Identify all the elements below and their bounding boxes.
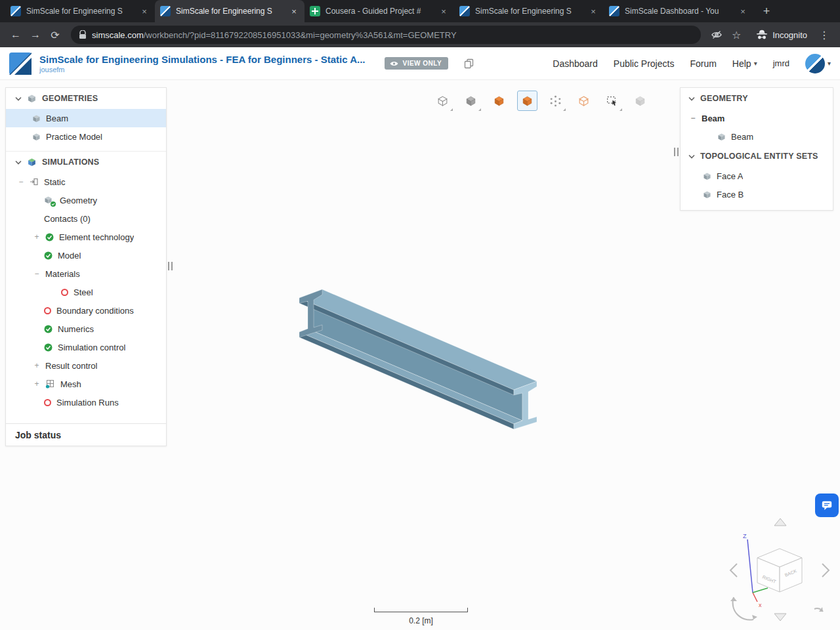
collapse-icon[interactable]: [18, 178, 24, 185]
select-faces-button[interactable]: [517, 91, 537, 111]
tree-item-label: Face B: [717, 190, 744, 200]
face-icon: [703, 190, 711, 199]
copy-project-icon[interactable]: [464, 58, 474, 69]
nav-forum[interactable]: Forum: [690, 58, 716, 69]
gizmo-right-arrow[interactable]: [822, 564, 829, 577]
tree-item-label: Numerics: [58, 324, 94, 334]
select-volumes-button[interactable]: [489, 91, 509, 111]
geometry-group-header[interactable]: GEOMETRY: [681, 88, 833, 109]
select-solid-cube-button[interactable]: [461, 91, 481, 111]
nav-public-projects[interactable]: Public Projects: [614, 58, 675, 69]
right-splitter-handle[interactable]: [674, 148, 679, 156]
select-edges-button[interactable]: [574, 91, 594, 111]
geometry-detail-panel: GEOMETRY Beam Beam TOPOLOGICAL ENTITY SE…: [680, 87, 833, 211]
tree-item-steel[interactable]: Steel: [6, 283, 166, 301]
topological-entity-sets-header[interactable]: TOPOLOGICAL ENTITY SETS: [681, 146, 833, 167]
tree-item-mesh[interactable]: Mesh: [6, 375, 166, 393]
hide-selection-button[interactable]: [630, 91, 650, 111]
back-button[interactable]: [7, 26, 25, 44]
reload-button[interactable]: [46, 26, 64, 44]
tab-title: Cousera - Guided Project #: [326, 7, 433, 16]
omnibox[interactable]: simscale.com/workbench/?pid=811679220851…: [71, 26, 701, 44]
chevron-down-icon: [688, 96, 695, 101]
gizmo-rotate-arrow[interactable]: [730, 597, 757, 620]
support-chat-button[interactable]: [815, 494, 839, 517]
tree-item-geometry-beam[interactable]: Beam: [6, 109, 166, 127]
tree-item-boundary-conditions[interactable]: Boundary conditions: [6, 301, 166, 320]
simscale-favicon-icon: [609, 6, 620, 16]
user-menu[interactable]: [805, 54, 831, 74]
project-owner[interactable]: jousefm: [39, 66, 365, 74]
tree-item-model[interactable]: Model: [6, 246, 166, 264]
gizmo-left-arrow[interactable]: [730, 564, 737, 577]
box-select-button[interactable]: [602, 91, 622, 111]
expand-icon[interactable]: [33, 234, 40, 240]
nav-help[interactable]: Help: [732, 58, 757, 69]
tree-item-beam-body[interactable]: Beam: [681, 127, 833, 146]
tree-item-geometry[interactable]: Geometry: [6, 191, 166, 209]
tree-item-result-control[interactable]: Result control: [6, 356, 166, 375]
tree-item-beam-root[interactable]: Beam: [681, 109, 833, 127]
tree-item-numerics[interactable]: Numerics: [6, 320, 166, 338]
new-tab-button[interactable]: [757, 2, 776, 20]
tab-close-icon[interactable]: [438, 6, 449, 16]
tree-item-label: Simulation Runs: [56, 398, 119, 408]
select-wireframe-cube-button[interactable]: [432, 91, 453, 111]
nav-dashboard[interactable]: Dashboard: [553, 58, 598, 69]
browser-tab[interactable]: Cousera - Guided Project #: [304, 0, 454, 22]
geometries-group-header[interactable]: GEOMETRIES: [6, 88, 166, 109]
tab-close-icon[interactable]: [289, 6, 299, 16]
project-title[interactable]: SimScale for Engineering Simulations - F…: [39, 54, 365, 65]
tree-item-static[interactable]: Static: [6, 173, 166, 191]
browser-tab[interactable]: SimScale for Engineering S: [454, 0, 604, 22]
tree-item-contacts[interactable]: Contacts (0): [6, 209, 166, 228]
simscale-favicon-icon: [10, 6, 21, 16]
tree-item-label: Boundary conditions: [56, 306, 134, 316]
cube-icon: [32, 133, 41, 141]
browser-tab-active[interactable]: SimScale for Engineering S: [155, 0, 304, 22]
dropdown-caret-icon: [620, 108, 622, 111]
gizmo-down-arrow[interactable]: [774, 614, 786, 621]
browser-tab[interactable]: SimScale for Engineering S: [5, 0, 155, 22]
gizmo-face-right-label[interactable]: RIGHT: [762, 574, 777, 584]
browser-tab[interactable]: SimScale Dashboard - You: [604, 0, 753, 22]
browser-menu-kebab-icon[interactable]: [815, 26, 833, 44]
tree-item-face-a[interactable]: Face A: [681, 167, 833, 185]
preview-disabled-eye-icon[interactable]: [707, 26, 726, 44]
collapse-icon[interactable]: [33, 270, 40, 277]
tree-item-label: Geometry: [60, 196, 97, 205]
tree-item-practice-model[interactable]: Practice Model: [6, 127, 166, 146]
tab-close-icon[interactable]: [139, 6, 150, 16]
collapse-icon[interactable]: [690, 115, 696, 121]
gizmo-up-arrow[interactable]: [774, 518, 786, 526]
left-splitter-handle[interactable]: [168, 262, 173, 270]
tree-item-label: Materials: [45, 269, 80, 279]
tab-close-icon[interactable]: [588, 6, 598, 16]
simulation-tree-panel: GEOMETRIES Beam Practice Model SIMULATIO…: [5, 87, 167, 446]
simulations-group-header[interactable]: SIMULATIONS: [6, 152, 166, 173]
job-status-bar[interactable]: Job status: [6, 423, 166, 446]
select-vertices-button[interactable]: [545, 91, 566, 111]
incomplete-status-icon: [61, 289, 68, 296]
tree-item-simulation-runs[interactable]: Simulation Runs: [6, 393, 166, 411]
selection-toolbar: [432, 91, 650, 111]
gizmo-view-cube[interactable]: [757, 549, 802, 592]
tree-item-element-technology[interactable]: Element technology: [6, 228, 166, 246]
workbench-canvas[interactable]: 0.2 [m] RIGHT BACK Z x: [0, 80, 840, 630]
gizmo-corner-arrow[interactable]: [814, 607, 823, 612]
scale-label: 0.2 [m]: [374, 616, 468, 625]
tree-item-simulation-control[interactable]: Simulation control: [6, 338, 166, 356]
bookmark-star-icon[interactable]: [727, 26, 746, 44]
tab-title: SimScale for Engineering S: [176, 7, 284, 16]
forward-button[interactable]: [26, 26, 45, 44]
expand-icon[interactable]: [33, 381, 40, 387]
gizmo-face-back-label[interactable]: BACK: [784, 568, 798, 578]
lock-icon: [79, 30, 87, 39]
expand-icon[interactable]: [33, 362, 40, 369]
coursera-favicon-icon: [310, 6, 320, 16]
tree-item-label: Face A: [717, 171, 743, 181]
tree-item-face-b[interactable]: Face B: [681, 185, 833, 203]
tab-close-icon[interactable]: [738, 6, 748, 16]
navigation-gizmo[interactable]: RIGHT BACK Z x: [714, 513, 840, 630]
tree-item-materials[interactable]: Materials: [6, 264, 166, 283]
